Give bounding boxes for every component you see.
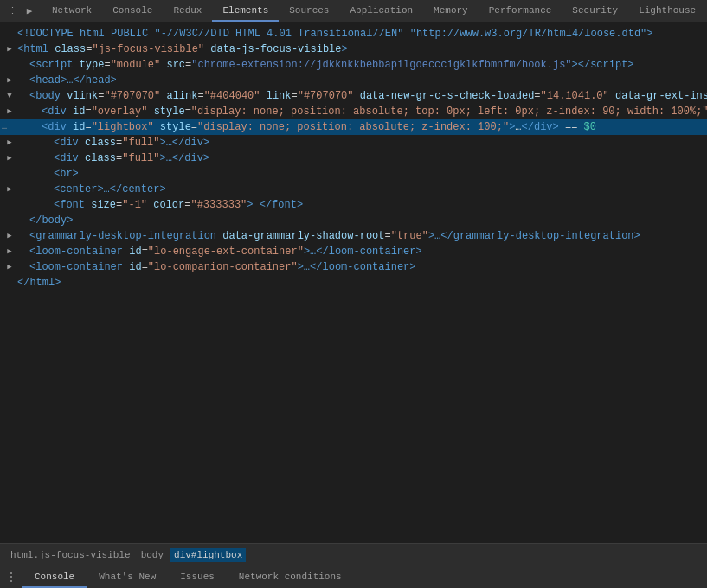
toggle-icon[interactable]: ▼ (5, 88, 14, 104)
bottom-tab-console[interactable]: Console (22, 566, 87, 588)
bottom-tab-issues[interactable]: Issues (168, 566, 227, 588)
table-row[interactable]: </body> (0, 213, 707, 228)
tab-bar-icons: ⋮ ▶ (0, 4, 42, 18)
inspect-icon[interactable]: ▶ (22, 4, 36, 18)
table-row[interactable]: ▶ <div class="full">…</div> (0, 135, 707, 150)
tab-sources[interactable]: Sources (279, 0, 339, 22)
breadcrumb: html.js-focus-visible body div#lightbox (0, 543, 707, 566)
tab-memory[interactable]: Memory (423, 0, 479, 22)
breadcrumb-body[interactable]: body (138, 548, 167, 562)
table-row[interactable]: ▶ <grammarly-desktop-integration data-gr… (0, 228, 707, 244)
toggle-icon[interactable]: ▶ (5, 259, 14, 275)
tab-lighthouse[interactable]: Lighthouse (628, 0, 706, 22)
tab-elements[interactable]: Elements (212, 0, 279, 22)
bottom-tab-bar: ⋮ Console What's New Issues Network cond… (0, 566, 707, 588)
bottom-tab-network-conditions[interactable]: Network conditions (227, 566, 354, 588)
tab-redux[interactable]: Redux (163, 0, 212, 22)
toggle-icon[interactable]: ▶ (5, 228, 14, 244)
tab-network[interactable]: Network (42, 0, 102, 22)
table-row[interactable]: ▶ <div id="overlay" style="display: none… (0, 104, 707, 119)
tab-performance[interactable]: Performance (479, 0, 562, 22)
table-row[interactable]: … <div id="lightbox" style="display: non… (0, 119, 707, 135)
top-tab-bar: ⋮ ▶ Network Console Redux Elements Sourc… (0, 0, 707, 22)
table-row[interactable]: <script type="module" src="chrome-extens… (0, 57, 707, 73)
breadcrumb-html[interactable]: html.js-focus-visible (7, 548, 134, 562)
table-row[interactable]: <br> (0, 166, 707, 182)
toggle-icon[interactable]: ▶ (5, 104, 14, 119)
toggle-icon[interactable]: ▶ (5, 182, 14, 197)
toggle-icon[interactable]: ▶ (5, 244, 14, 259)
table-row[interactable]: ▶ <div class="full">…</div> (0, 150, 707, 166)
table-row[interactable]: ▶ <html class="js-focus-visible" data-js… (0, 42, 707, 57)
table-row[interactable]: ▶ <loom-container id="lo-companion-conta… (0, 259, 707, 275)
table-row[interactable]: </html> (0, 275, 707, 291)
bottom-tab-whats-new[interactable]: What's New (87, 566, 168, 588)
tab-console[interactable]: Console (102, 0, 163, 22)
table-row[interactable]: ▶ <head>…</head> (0, 73, 707, 88)
toggle-icon[interactable]: ▶ (5, 150, 14, 166)
breadcrumb-lightbox[interactable]: div#lightbox (170, 548, 246, 562)
table-row[interactable]: ▶ <center>…</center> (0, 182, 707, 197)
table-row[interactable]: ▶ <loom-container id="lo-engage-ext-cont… (0, 244, 707, 259)
tab-security[interactable]: Security (562, 0, 628, 22)
table-row[interactable]: <!DOCTYPE html PUBLIC "-//W3C//DTD HTML … (0, 26, 707, 42)
toggle-icon[interactable]: ▶ (5, 73, 14, 88)
bottom-menu-icon[interactable]: ⋮ (0, 566, 22, 589)
elements-panel: <!DOCTYPE html PUBLIC "-//W3C//DTD HTML … (0, 22, 707, 543)
table-row[interactable]: <font size="-1" color="#333333"> </font> (0, 197, 707, 213)
ellipsis-icon[interactable]: … (2, 119, 7, 135)
toggle-icon[interactable]: ▶ (5, 42, 14, 57)
table-row[interactable]: ▼ <body vlink="#707070" alink="#404040" … (0, 88, 707, 104)
toggle-icon[interactable]: ▶ (5, 135, 14, 150)
tab-application[interactable]: Application (339, 0, 423, 22)
devtools-menu-icon[interactable]: ⋮ (5, 4, 19, 18)
